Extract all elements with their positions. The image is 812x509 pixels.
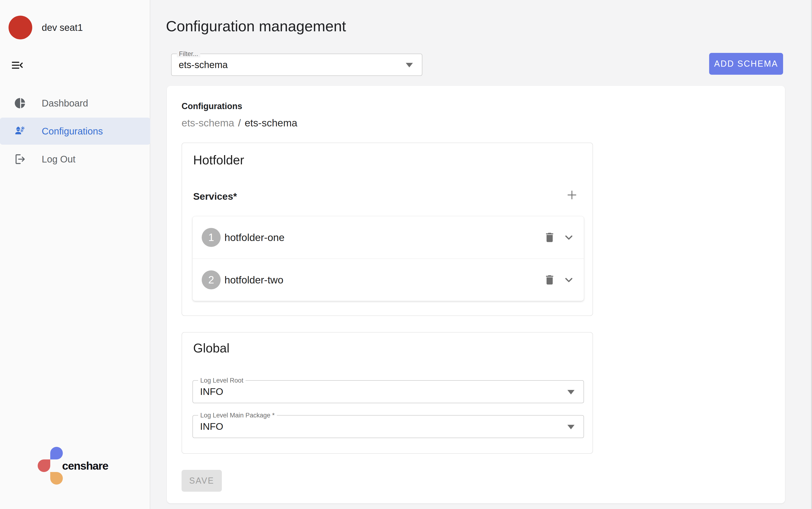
section-label: Configurations xyxy=(182,101,242,111)
delete-service-icon[interactable] xyxy=(544,231,556,244)
add-schema-button[interactable]: ADD SCHEMA xyxy=(709,53,783,75)
hotfolder-panel: Hotfolder Services* 1 hotfolder-one xyxy=(182,142,593,316)
breadcrumb-current: ets-schema xyxy=(245,117,297,129)
breadcrumb-separator: / xyxy=(238,117,241,129)
expand-service-icon[interactable] xyxy=(562,231,575,244)
logo-petal-orange xyxy=(50,472,63,484)
chevron-down-icon xyxy=(567,425,575,429)
breadcrumb-parent[interactable]: ets-schema xyxy=(182,117,234,129)
service-row-hotfolder-two[interactable]: 2 hotfolder-two xyxy=(193,259,584,301)
service-index-badge: 1 xyxy=(202,228,221,247)
chevron-down-icon xyxy=(406,63,413,67)
sidebar-item-logout[interactable]: Log Out xyxy=(0,146,150,173)
logo-wordmark: censhare xyxy=(62,459,108,473)
breadcrumb: ets-schema/ets-schema xyxy=(182,117,297,129)
filter-select[interactable]: Filter... ets-schema xyxy=(171,54,422,76)
engineering-icon xyxy=(14,125,26,137)
service-index-badge: 2 xyxy=(202,270,221,290)
page-title: Configuration management xyxy=(166,17,346,35)
configurations-card: Configurations ets-schema/ets-schema Hot… xyxy=(167,86,785,503)
log-level-root-select[interactable]: Log Level Root INFO xyxy=(192,380,584,403)
services-list: 1 hotfolder-one 2 hotfolder-two xyxy=(192,216,584,301)
service-index: 2 xyxy=(208,274,214,286)
sidebar-item-dashboard[interactable]: Dashboard xyxy=(0,90,150,117)
user-name: dev seat1 xyxy=(42,22,83,33)
save-label: SAVE xyxy=(189,476,214,486)
logo-petal-blue xyxy=(50,447,63,460)
services-label: Services* xyxy=(193,191,237,202)
service-row-hotfolder-one[interactable]: 1 hotfolder-one xyxy=(193,216,584,259)
user-avatar[interactable] xyxy=(8,16,32,39)
logout-icon xyxy=(14,153,26,165)
global-panel: Global Log Level Root INFO Log Level Mai… xyxy=(182,332,593,454)
filter-value: ets-schema xyxy=(179,54,228,75)
add-schema-label: ADD SCHEMA xyxy=(714,59,778,69)
sidebar: dev seat1 Dashboard xyxy=(0,0,150,509)
chevron-down-icon xyxy=(567,390,575,395)
sidebar-item-label: Dashboard xyxy=(42,90,88,117)
menu-collapse-icon[interactable] xyxy=(10,59,24,72)
save-button[interactable]: SAVE xyxy=(182,470,222,492)
log-level-main-package-value: INFO xyxy=(200,415,223,438)
log-level-root-value: INFO xyxy=(200,381,223,403)
sidebar-item-label: Configurations xyxy=(42,117,103,145)
service-name: hotfolder-two xyxy=(224,259,284,301)
sidebar-item-configurations[interactable]: Configurations xyxy=(0,117,150,145)
service-name: hotfolder-one xyxy=(224,216,285,259)
page-right-edge xyxy=(811,0,812,509)
add-service-button[interactable] xyxy=(566,189,578,201)
delete-service-icon[interactable] xyxy=(544,274,556,286)
global-title: Global xyxy=(193,341,229,356)
log-level-main-package-select[interactable]: Log Level Main Package * INFO xyxy=(192,415,584,438)
service-index: 1 xyxy=(208,232,214,243)
pie-chart-icon xyxy=(14,97,26,109)
logo-petal-red xyxy=(38,460,50,472)
expand-service-icon[interactable] xyxy=(562,273,575,286)
hotfolder-title: Hotfolder xyxy=(193,152,244,168)
sidebar-item-label: Log Out xyxy=(42,146,75,173)
